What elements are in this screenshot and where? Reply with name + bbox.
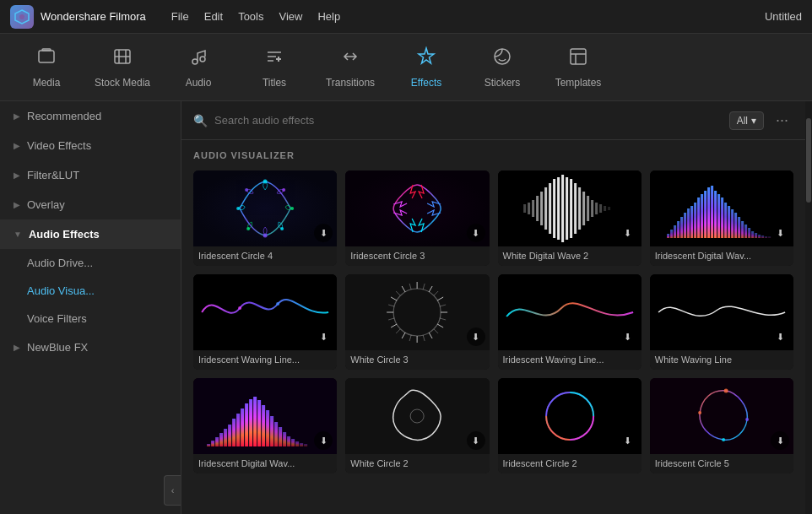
- svg-rect-69: [755, 233, 757, 238]
- toolbar-titles[interactable]: Titles: [236, 38, 312, 97]
- download-button[interactable]: ⬇: [771, 431, 789, 450]
- svg-rect-122: [274, 422, 278, 446]
- menu-file[interactable]: File: [171, 7, 189, 26]
- svg-rect-113: [236, 414, 240, 446]
- sidebar-item-audio-effects[interactable]: ▼ Audio Effects: [0, 219, 181, 249]
- effect-card-white-circle-3[interactable]: ⬇ White Circle 3: [345, 274, 489, 370]
- effect-card-white-digital-wave[interactable]: ⬇ White Digital Wave 2: [498, 170, 641, 266]
- titles-icon: [264, 46, 284, 72]
- svg-rect-56: [711, 186, 713, 238]
- menu-view[interactable]: View: [279, 7, 302, 26]
- effect-card-iridescent-waving-line-2[interactable]: ⬇ Iridescent Waving Line...: [498, 274, 641, 370]
- sidebar-voice-filters-label: Voice Filters: [27, 312, 87, 325]
- chevron-right-icon: ▶: [14, 200, 20, 209]
- download-button[interactable]: ⬇: [771, 327, 789, 346]
- more-options-button[interactable]: ···: [771, 110, 793, 131]
- svg-rect-26: [544, 187, 547, 230]
- scrollbar-track[interactable]: [805, 101, 812, 514]
- svg-point-75: [238, 306, 241, 310]
- effect-card-iridescent-waving-line[interactable]: ⬇ Iridescent Waving Line...: [193, 274, 337, 370]
- download-button[interactable]: ⬇: [771, 224, 789, 242]
- app-logo-icon: [10, 5, 34, 29]
- sidebar-item-filter-lut[interactable]: ▶ Filter&LUT: [0, 160, 181, 190]
- effect-card-iridescent-circle-3[interactable]: ⬇ Iridescent Circle 3: [345, 170, 489, 266]
- toolbar-stickers[interactable]: Stickers: [464, 38, 540, 97]
- svg-rect-51: [694, 203, 696, 238]
- toolbar-transitions[interactable]: Transitions: [312, 38, 388, 97]
- chevron-right-icon: ▶: [14, 343, 20, 352]
- svg-rect-62: [731, 209, 734, 238]
- sidebar-item-overlay[interactable]: ▶ Overlay: [0, 190, 181, 219]
- menu-tools[interactable]: Tools: [238, 7, 263, 26]
- svg-point-17: [236, 207, 240, 210]
- effect-card-white-circle-2[interactable]: ⬇ White Circle 2: [345, 378, 489, 473]
- svg-rect-53: [701, 194, 703, 238]
- svg-rect-45: [674, 225, 676, 238]
- toolbar-stock-media[interactable]: Stock Media: [84, 38, 160, 97]
- download-button[interactable]: ⬇: [619, 327, 637, 346]
- svg-rect-3: [42, 49, 51, 51]
- download-button[interactable]: ⬇: [619, 224, 637, 242]
- svg-point-6: [200, 57, 205, 62]
- svg-rect-107: [211, 441, 214, 446]
- svg-rect-24: [536, 196, 539, 221]
- svg-rect-119: [262, 405, 265, 446]
- svg-rect-66: [744, 225, 747, 238]
- svg-point-18: [245, 188, 248, 192]
- download-button[interactable]: ⬇: [467, 431, 485, 450]
- app-logo: Wondershare Filmora: [10, 5, 146, 29]
- scrollbar-thumb[interactable]: [806, 118, 811, 203]
- download-button[interactable]: ⬇: [619, 431, 637, 450]
- sidebar-sub-audio-drive[interactable]: Audio Drive...: [0, 249, 181, 277]
- effect-card-iridescent-circle-4[interactable]: ⬇ Iridescent Circle 4: [193, 170, 337, 266]
- svg-point-135: [723, 389, 728, 393]
- svg-point-136: [745, 418, 749, 421]
- sidebar-sub-voice-filters[interactable]: Voice Filters: [0, 305, 181, 333]
- audio-icon: [188, 46, 208, 72]
- svg-rect-39: [599, 204, 602, 213]
- toolbar-audio[interactable]: Audio: [160, 38, 236, 97]
- stock-media-icon: [112, 46, 133, 72]
- effect-card-white-waving-line[interactable]: ⬇ White Waving Line: [650, 274, 793, 370]
- effect-card-iridescent-digital-wave-2[interactable]: ⬇ Iridescent Digital Wav...: [193, 378, 337, 473]
- download-button[interactable]: ⬇: [467, 327, 485, 346]
- svg-rect-111: [228, 425, 231, 446]
- chevron-down-icon: ▾: [751, 115, 756, 127]
- menu-help[interactable]: Help: [317, 7, 340, 26]
- stickers-icon: [492, 46, 512, 72]
- sidebar-item-newblue-fx[interactable]: ▶ NewBlue FX: [0, 333, 181, 362]
- svg-rect-34: [578, 187, 581, 230]
- toolbar-media-label: Media: [33, 77, 61, 89]
- svg-rect-116: [249, 399, 252, 446]
- download-button[interactable]: ⬇: [467, 224, 485, 242]
- toolbar-effects[interactable]: Effects: [388, 38, 464, 97]
- svg-rect-124: [283, 432, 286, 446]
- svg-rect-67: [748, 228, 750, 238]
- svg-rect-63: [734, 213, 737, 238]
- effect-card-iridescent-digital-wave[interactable]: ⬇ Iridescent Digital Wav...: [650, 170, 793, 266]
- effects-icon: [416, 46, 436, 72]
- menu-bar: Wondershare Filmora File Edit Tools View…: [0, 0, 812, 34]
- svg-rect-31: [566, 177, 568, 240]
- search-input[interactable]: [214, 114, 723, 127]
- toolbar-media[interactable]: Media: [8, 38, 84, 97]
- svg-rect-57: [714, 191, 717, 238]
- svg-rect-25: [540, 192, 543, 225]
- sidebar-collapse-button[interactable]: ‹: [164, 475, 181, 506]
- svg-rect-50: [690, 206, 693, 238]
- menu-edit[interactable]: Edit: [204, 7, 223, 26]
- section-title-audio-visualizer: AUDIO VISUALIZER: [193, 150, 793, 160]
- sidebar-item-recommended[interactable]: ▶ Recommended: [0, 101, 181, 131]
- svg-rect-125: [287, 436, 290, 446]
- effect-card-iridescent-circle-5[interactable]: ⬇ Iridescent Circle 5: [650, 378, 793, 473]
- svg-rect-41: [608, 207, 610, 210]
- chevron-right-icon: ▶: [14, 170, 20, 180]
- svg-rect-21: [523, 204, 526, 213]
- sidebar-item-video-effects[interactable]: ▶ Video Effects: [0, 131, 181, 160]
- sidebar-sub-audio-visua[interactable]: Audio Visua...: [0, 277, 181, 305]
- svg-rect-121: [270, 416, 273, 446]
- toolbar-templates[interactable]: Templates: [540, 38, 616, 97]
- effect-card-iridescent-circle-2[interactable]: ⬇ Iridescent Circle 2: [498, 378, 641, 473]
- effect-label: Iridescent Circle 3: [345, 246, 489, 266]
- search-filter-dropdown[interactable]: All ▾: [729, 111, 764, 130]
